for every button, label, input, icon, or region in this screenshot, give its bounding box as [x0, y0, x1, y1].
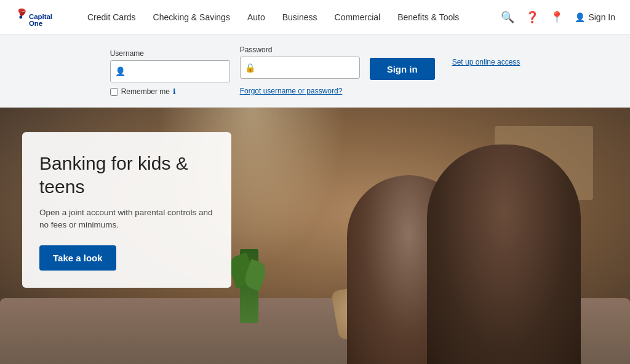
password-icon: 🔒	[245, 63, 255, 73]
username-icon: 👤	[115, 66, 126, 76]
setup-access-link[interactable]: Set up online access	[452, 58, 520, 66]
login-form: Username 👤 Remember me ℹ Password 🔒 Forg…	[110, 46, 520, 96]
help-icon[interactable]: ❓	[525, 10, 539, 24]
navbar: Capital One Credit Cards Checking & Savi…	[0, 0, 630, 34]
nav-links: Credit Cards Checking & Savings Auto Bus…	[87, 12, 501, 22]
hero-title: Banking for kids & teens	[39, 152, 214, 198]
forgot-link[interactable]: Forgot username or password?	[240, 87, 343, 95]
svg-point-2	[19, 15, 22, 18]
nav-auto[interactable]: Auto	[247, 12, 265, 22]
password-input[interactable]	[240, 57, 360, 79]
login-section: Username 👤 Remember me ℹ Password 🔒 Forg…	[0, 34, 630, 108]
login-links: Set up online access	[452, 58, 520, 66]
sign-in-button[interactable]: Sign in	[370, 58, 435, 80]
password-label: Password	[240, 46, 360, 54]
hero-subtitle: Open a joint account with parental contr…	[39, 207, 214, 232]
nav-credit-cards[interactable]: Credit Cards	[87, 12, 136, 22]
nav-business[interactable]: Business	[282, 12, 317, 22]
remember-row: Remember me ℹ	[110, 87, 230, 96]
hero-person-adult-deco	[427, 144, 581, 364]
password-group: Password 🔒 Forgot username or password?	[240, 46, 360, 96]
location-icon[interactable]: 📍	[550, 10, 564, 24]
search-icon[interactable]: 🔍	[501, 10, 514, 24]
remember-info-icon[interactable]: ℹ	[173, 87, 176, 96]
username-input-wrapper: 👤	[110, 60, 230, 82]
hero-card: Banking for kids & teens Open a joint ac…	[22, 132, 231, 288]
nav-checking-savings[interactable]: Checking & Savings	[153, 12, 230, 22]
hero-content: Banking for kids & teens Open a joint ac…	[0, 108, 265, 364]
nav-commercial[interactable]: Commercial	[335, 12, 381, 22]
remember-checkbox[interactable]	[110, 88, 118, 96]
person-icon: 👤	[575, 12, 585, 22]
logo[interactable]: Capital One	[15, 6, 70, 28]
svg-text:One: One	[29, 19, 42, 26]
username-input[interactable]	[110, 60, 230, 82]
password-input-wrapper: 🔒	[240, 57, 360, 79]
hero-section: Banking for kids & teens Open a joint ac…	[0, 108, 630, 364]
nav-benefits-tools[interactable]: Benefits & Tools	[397, 12, 459, 22]
sign-in-nav[interactable]: 👤 Sign In	[575, 12, 615, 22]
username-group: Username 👤 Remember me ℹ	[110, 49, 230, 96]
nav-icons: 🔍 ❓ 📍 👤 Sign In	[501, 10, 615, 24]
hero-cta-button[interactable]: Take a look	[39, 245, 116, 271]
sign-in-nav-label: Sign In	[588, 12, 615, 22]
remember-me-label: Remember me	[121, 87, 170, 96]
username-label: Username	[110, 49, 230, 58]
